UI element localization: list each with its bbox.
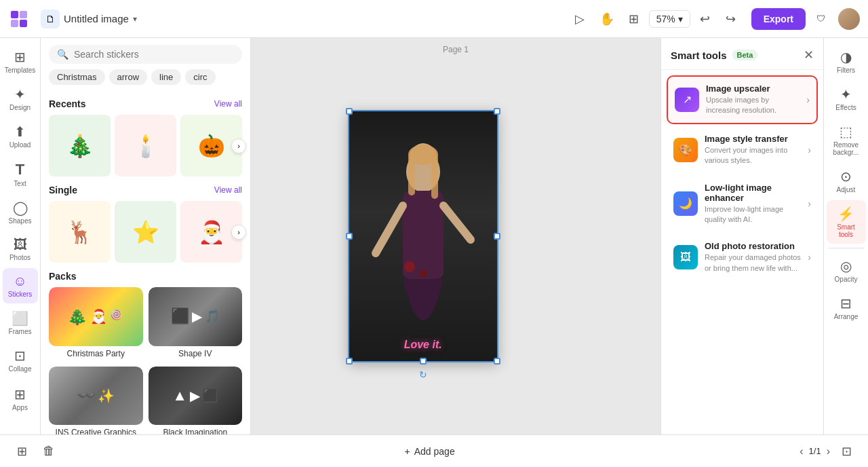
user-avatar[interactable] — [838, 8, 860, 30]
export-button[interactable]: Export — [751, 8, 806, 30]
rs-label: Opacity — [835, 276, 858, 283]
sticker-item[interactable]: 🎄 — [49, 115, 111, 176]
svg-line-26 — [443, 206, 471, 240]
tag-christmas[interactable]: Christmas — [49, 69, 105, 85]
sidebar-item-frames[interactable]: ⬜ Frames — [3, 305, 38, 341]
sidebar-item-label: Stickers — [8, 291, 33, 298]
rs-label: Adjust — [837, 186, 856, 193]
sticker-item[interactable]: 🦌 — [49, 201, 111, 263]
rs-item-arrange[interactable]: ⊟ Arrange — [827, 290, 866, 326]
frames-icon: ⬜ — [12, 310, 28, 326]
page-next-button[interactable]: › — [827, 445, 830, 457]
smart-tools-title-row: Smart tools Beta — [671, 50, 757, 61]
rotate-handle[interactable]: ↻ — [418, 369, 429, 380]
recents-title: Recents — [49, 98, 85, 109]
sidebar-item-collage[interactable]: ⊡ Collage — [3, 342, 38, 378]
smart-tools-icon: ⚡ — [837, 206, 854, 222]
tool-item-image-upscaler[interactable]: ↗ Image upscaler Upscale images by incre… — [667, 75, 818, 124]
tool-item-style-transfer[interactable]: 🎨 Image style transfer Convert your imag… — [667, 127, 818, 173]
svg-line-25 — [376, 206, 403, 253]
style-transfer-chevron-icon: › — [808, 145, 811, 155]
pack-item-shape-iv[interactable]: ⬛▶🎵 Shape IV — [149, 287, 243, 361]
tool-item-photo-restoration[interactable]: 🖼 Old photo restoration Repair your dama… — [667, 234, 818, 280]
upscaler-info: Image upscaler Upscale images by increas… — [706, 83, 800, 116]
cursor-tool-button[interactable]: ▷ — [568, 7, 592, 31]
hand-tool-button[interactable]: ✋ — [595, 7, 619, 31]
rs-item-smart-tools[interactable]: ⚡ Smart tools — [827, 200, 866, 244]
sidebar-item-more[interactable]: ⋯ — [3, 425, 38, 434]
canvas-area: Page 1 ⊡ ⟷ — [251, 38, 660, 434]
right-sidebar: ◑ Filters ✦ Effects ⬚ Remove backgr... ⊙… — [823, 38, 868, 434]
pack-thumbnail: 〰️✨ — [49, 367, 143, 426]
sidebar-item-apps[interactable]: ⊞ Apps — [3, 381, 38, 417]
undo-button[interactable]: ↩ — [693, 7, 717, 31]
low-light-name: Low-light image enhancer — [705, 183, 801, 203]
packs-header: Packs — [49, 271, 242, 282]
rs-item-adjust[interactable]: ⊙ Adjust — [827, 163, 866, 199]
page-label: Page 1 — [443, 45, 469, 54]
canvas-wrapper: Love it. ↻ — [349, 111, 498, 362]
sidebar-item-templates[interactable]: ⊞ Templates — [3, 43, 38, 79]
svg-point-32 — [419, 269, 427, 278]
search-input-wrap[interactable]: 🔍 — [49, 45, 242, 64]
document-title-area[interactable]: 🗋 Untitled image ▾ — [41, 10, 137, 29]
rs-item-effects[interactable]: ✦ Effects — [827, 81, 866, 117]
add-page-label: Add page — [414, 446, 455, 457]
page-prev-button[interactable]: ‹ — [800, 445, 803, 457]
sidebar-item-photos[interactable]: 🖼 Photos — [3, 231, 38, 267]
shield-button[interactable]: 🛡 — [808, 7, 833, 31]
pack-item-black[interactable]: ▲▶⬛ Black Imagination — [149, 367, 243, 434]
sidebar-item-stickers[interactable]: ☺ Stickers — [3, 268, 38, 303]
upscaler-name: Image upscaler — [706, 83, 800, 94]
sidebar-item-shapes[interactable]: ◯ Shapes — [3, 194, 38, 230]
rs-item-filters[interactable]: ◑ Filters — [827, 43, 866, 79]
restoration-icon: 🖼 — [673, 245, 698, 269]
single-grid: 🦌 ⭐ 🎅 › — [49, 201, 242, 263]
tag-line[interactable]: line — [151, 69, 181, 85]
pack-item-christmas-party[interactable]: 🎄🎅🍭 Christmas Party — [49, 287, 143, 361]
sticker-item[interactable]: ⭐ — [115, 201, 176, 263]
sticker-item[interactable]: 🕯️ — [115, 115, 176, 176]
sidebar-item-label: Templates — [5, 67, 36, 74]
pack-thumbnail: ▲▶⬛ — [149, 367, 243, 426]
document-title: Untitled image — [64, 13, 129, 24]
tag-arrow[interactable]: arrow — [109, 69, 148, 85]
search-input[interactable] — [74, 49, 234, 60]
trash-button[interactable]: 🗑 — [38, 441, 60, 462]
stickers-panel: 🔍 Christmas arrow line circ Recents View… — [41, 38, 251, 434]
shapes-icon: ◯ — [13, 200, 28, 216]
tag-circ[interactable]: circ — [185, 69, 215, 85]
svg-point-31 — [404, 261, 415, 272]
tool-item-low-light[interactable]: 🌙 Low-light image enhancer Improve low-l… — [667, 176, 818, 232]
smart-tools-close-button[interactable]: ✕ — [804, 48, 814, 62]
single-view-all[interactable]: View all — [214, 185, 242, 195]
single-next-arrow[interactable]: › — [231, 225, 246, 240]
smart-tools-panel: Smart tools Beta ✕ ↗ Image upscaler Upsc… — [660, 38, 823, 434]
rs-item-remove-bg[interactable]: ⬚ Remove backgr... — [827, 118, 866, 162]
layout-button[interactable]: ⊞ — [622, 7, 646, 31]
upscaler-chevron-icon: › — [806, 94, 810, 105]
zoom-control[interactable]: 57% ▾ — [649, 10, 690, 28]
fullscreen-button[interactable]: ⊡ — [835, 441, 857, 462]
recents-view-all[interactable]: View all — [214, 99, 242, 109]
page-indicator: 1/1 — [809, 446, 821, 456]
grid-button[interactable]: ⊞ — [11, 441, 33, 462]
rs-item-opacity[interactable]: ◎ Opacity — [827, 253, 866, 288]
svg-rect-3 — [20, 20, 27, 27]
pack-item-ins[interactable]: 〰️✨ INS Creative Graphics — [49, 367, 143, 434]
canvas-page[interactable]: Love it. — [349, 111, 498, 362]
bottom-bar: ⊞ 🗑 + Add page ‹ 1/1 › ⊡ — [0, 434, 868, 467]
zoom-value: 57% — [656, 14, 675, 24]
text-icon: T — [16, 161, 24, 179]
sidebar-item-upload[interactable]: ⬆ Upload — [3, 118, 38, 154]
svg-rect-2 — [11, 20, 18, 27]
logo[interactable] — [8, 8, 30, 30]
upscaler-icon: ↗ — [675, 88, 699, 112]
recents-next-arrow[interactable]: › — [231, 138, 246, 153]
redo-button[interactable]: ↪ — [719, 7, 743, 31]
add-page-button[interactable]: + Add page — [397, 442, 463, 461]
sidebar-item-design[interactable]: ✦ Design — [3, 81, 38, 117]
pack-label: Black Imagination — [149, 428, 243, 434]
sidebar-item-text[interactable]: T Text — [3, 155, 38, 193]
rs-label: Filters — [837, 67, 855, 74]
